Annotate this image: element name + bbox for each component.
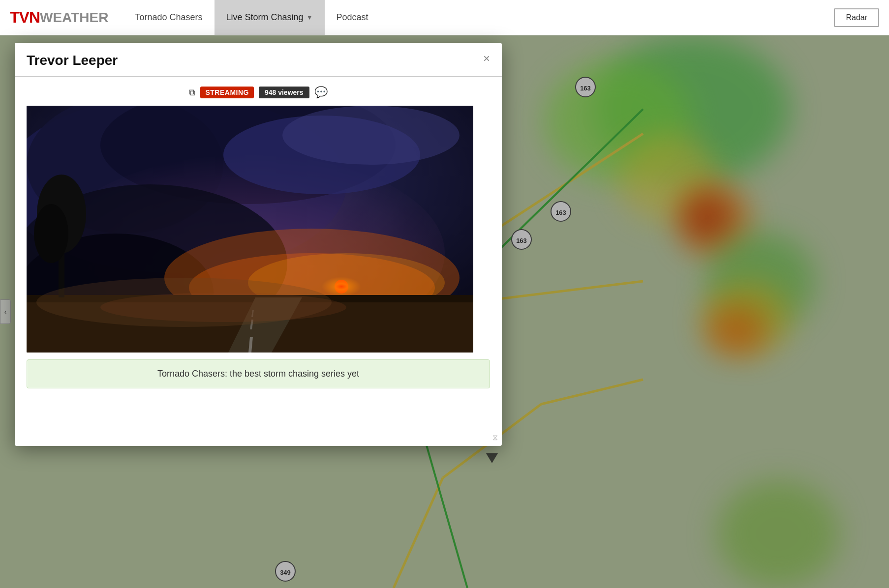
stream-toolbar: ⧉ STREAMING 948 viewers 💬 <box>27 86 490 99</box>
svg-point-37 <box>282 106 460 165</box>
modal-header: Trevor Leeper × <box>15 43 502 77</box>
streaming-badge: STREAMING <box>200 87 254 98</box>
logo[interactable]: TVN WEATHER <box>10 8 108 27</box>
modal-close-button[interactable]: × <box>479 51 494 66</box>
nav-live-storm-chasing[interactable]: Live Storm Chasing ▼ <box>215 0 325 35</box>
nav-tornado-chasers[interactable]: Tornado Chasers <box>123 0 214 35</box>
nav-right-buttons: Radar <box>834 8 879 27</box>
storm-scene <box>27 106 473 353</box>
logo-weather: WEATHER <box>40 10 108 26</box>
modal-resize-handle[interactable]: ⧖ <box>492 433 498 442</box>
nav-live-storm-chasing-arrow: ▼ <box>307 14 313 21</box>
nav-tornado-chasers-label: Tornado Chasers <box>135 12 202 23</box>
stream-image <box>27 106 473 353</box>
nav-podcast[interactable]: Podcast <box>325 0 380 35</box>
external-link-icon[interactable]: ⧉ <box>189 88 195 98</box>
navbar: TVN WEATHER Tornado Chasers Live Storm C… <box>0 0 889 35</box>
radar-button[interactable]: Radar <box>834 8 879 27</box>
modal-dialog: Trevor Leeper × ⧉ STREAMING 948 viewers … <box>15 43 502 446</box>
nav-podcast-label: Podcast <box>337 12 368 23</box>
description-bar: Tornado Chasers: the best storm chasing … <box>27 359 490 388</box>
chat-icon[interactable]: 💬 <box>314 86 328 99</box>
svg-point-53 <box>34 204 68 263</box>
viewers-badge: 948 viewers <box>259 87 309 98</box>
svg-point-44 <box>322 277 361 296</box>
modal-overlay: Trevor Leeper × ⧉ STREAMING 948 viewers … <box>0 35 889 588</box>
modal-body: ⧉ STREAMING 948 viewers 💬 <box>15 77 502 397</box>
nav-live-storm-chasing-label: Live Storm Chasing <box>226 12 304 23</box>
svg-point-55 <box>100 293 346 322</box>
description-text: Tornado Chasers: the best storm chasing … <box>157 369 359 379</box>
modal-title: Trevor Leeper <box>27 53 490 68</box>
logo-tvn: TVN <box>10 8 40 27</box>
